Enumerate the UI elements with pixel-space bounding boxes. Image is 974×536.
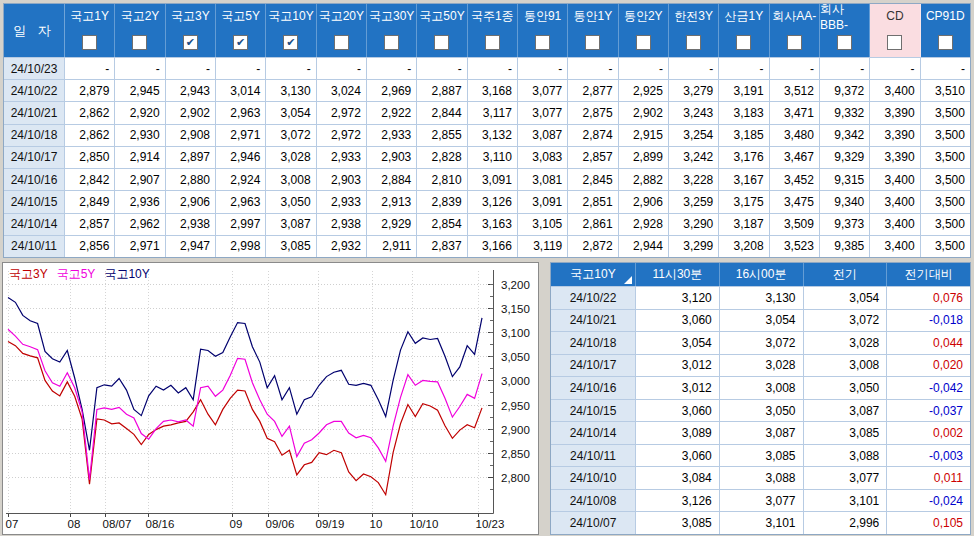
value-cell: 3,279 (669, 80, 719, 101)
column-label: CD (870, 4, 919, 28)
value-cell: 2,899 (619, 147, 669, 168)
column-checkbox[interactable] (887, 35, 902, 50)
detail-value-cell: 3,087 (804, 400, 888, 422)
value-cell: 3,085 (266, 236, 316, 257)
column-checkbox[interactable] (132, 35, 147, 50)
value-cell: 2,938 (317, 214, 367, 235)
column-checkbox-checked[interactable]: ✔ (183, 35, 198, 50)
value-cell: 3,081 (518, 169, 568, 190)
value-cell: 9,385 (820, 236, 870, 257)
value-cell: 2,879 (65, 80, 115, 101)
value-cell: 3,175 (719, 191, 769, 212)
detail-header-11시30분[interactable]: 11시30분 (636, 263, 720, 286)
detail-value-cell: 3,028 (720, 355, 804, 377)
value-cell: 3,400 (870, 191, 920, 212)
column-checkbox-checked[interactable]: ✔ (233, 35, 248, 50)
value-cell: 2,856 (65, 236, 115, 257)
column-checkbox-checked[interactable]: ✔ (283, 35, 298, 50)
column-checkbox-cell (417, 28, 466, 57)
value-cell: 3,168 (468, 80, 518, 101)
column-checkbox[interactable] (636, 35, 651, 50)
value-cell: 2,872 (568, 236, 618, 257)
value-cell: 2,930 (115, 125, 165, 146)
column-checkbox-cell (367, 28, 416, 57)
x-axis-label: 09/19 (316, 518, 345, 530)
value-cell: 2,933 (317, 191, 367, 212)
value-cell: 2,933 (317, 147, 367, 168)
column-checkbox[interactable] (938, 35, 953, 50)
column-checkbox[interactable] (837, 35, 852, 50)
column-checkbox[interactable] (787, 35, 802, 50)
column-header-국주1종: 국주1종 (468, 4, 518, 57)
detail-value-cell: 3,130 (720, 287, 804, 309)
column-label: 국주1종 (468, 4, 517, 28)
column-checkbox[interactable] (82, 35, 97, 50)
column-label: CP91D (921, 4, 970, 28)
column-checkbox[interactable] (334, 35, 349, 50)
value-cell: 3,390 (870, 147, 920, 168)
value-cell: - (770, 58, 820, 79)
value-cell: - (216, 58, 266, 79)
value-cell: 2,844 (417, 102, 467, 123)
value-cell: 2,908 (166, 125, 216, 146)
value-cell: 2,963 (216, 191, 266, 212)
detail-value-cell: 3,126 (636, 490, 720, 512)
value-cell: 3,024 (317, 80, 367, 101)
value-cell: 2,855 (417, 125, 467, 146)
column-checkbox-cell (921, 28, 970, 57)
detail-table-row: 24/10/073,0853,1012,9960,105 (551, 511, 970, 534)
legend-item-국고5Y: 국고5Y (57, 267, 96, 281)
detail-change-cell: 0,076 (887, 287, 970, 309)
value-cell: 3,185 (719, 125, 769, 146)
detail-header-전기대비[interactable]: 전기대비 (887, 263, 970, 286)
detail-header-국고10Y[interactable]: 국고10Y (551, 263, 636, 286)
detail-value-cell: 3,012 (636, 355, 720, 377)
column-label: 국고3Y (166, 4, 215, 28)
date-cell: 24/10/22 (4, 80, 65, 101)
y-axis-label: 2,800 (501, 472, 530, 484)
column-checkbox-cell (669, 28, 718, 57)
value-cell: 3,105 (518, 214, 568, 235)
value-cell: 3,130 (266, 80, 316, 101)
column-checkbox[interactable] (535, 35, 550, 50)
value-cell: 3,500 (921, 236, 970, 257)
column-checkbox[interactable] (434, 35, 449, 50)
detail-table-row: 24/10/113,0603,0853,088-0,003 (551, 444, 970, 467)
value-cell: 2,877 (568, 80, 618, 101)
top-table-header-row: 일 자국고1Y국고2Y국고3Y✔국고5Y✔국고10Y✔국고20Y국고30Y국고5… (4, 4, 970, 57)
column-label: 통안1Y (568, 4, 617, 28)
column-checkbox[interactable] (585, 35, 600, 50)
table-row: 24/10/222,8792,9452,9433,0143,1303,0242,… (4, 79, 970, 101)
detail-value-cell: 3,088 (720, 467, 804, 489)
date-column-header: 일 자 (4, 4, 65, 57)
value-cell: 2,944 (619, 236, 669, 257)
value-cell: 2,903 (367, 147, 417, 168)
detail-change-cell: 0,011 (887, 467, 970, 489)
x-axis-label: 08/07 (103, 518, 132, 530)
column-checkbox-cell (820, 28, 869, 57)
detail-header-16시00분[interactable]: 16시00분 (720, 263, 804, 286)
column-checkbox-cell: ✔ (266, 28, 315, 57)
detail-header-전기[interactable]: 전기 (804, 263, 888, 286)
value-cell: 2,914 (115, 147, 165, 168)
column-checkbox-cell (518, 28, 567, 57)
column-checkbox[interactable] (485, 35, 500, 50)
x-axis-label: 10/23 (476, 518, 505, 530)
column-checkbox[interactable] (686, 35, 701, 50)
column-checkbox[interactable] (736, 35, 751, 50)
value-cell: 2,839 (417, 191, 467, 212)
detail-value-cell: 3,084 (636, 467, 720, 489)
x-axis-label: 09 (230, 518, 243, 530)
value-cell: 3,400 (870, 169, 920, 190)
value-cell: 2,971 (115, 236, 165, 257)
column-label: 국고30Y (367, 4, 416, 28)
value-cell: 3,452 (770, 169, 820, 190)
detail-value-cell: 3,072 (720, 332, 804, 354)
value-cell: 3,166 (468, 236, 518, 257)
value-cell: 3,500 (921, 169, 970, 190)
chart-panel: 국고3Y국고5Y국고10Y 3,2003,1503,1003,0503,0002… (2, 262, 539, 535)
column-checkbox[interactable] (384, 35, 399, 50)
value-cell: 2,928 (619, 214, 669, 235)
value-cell: 2,854 (417, 214, 467, 235)
column-label: 산금1Y (719, 4, 768, 28)
